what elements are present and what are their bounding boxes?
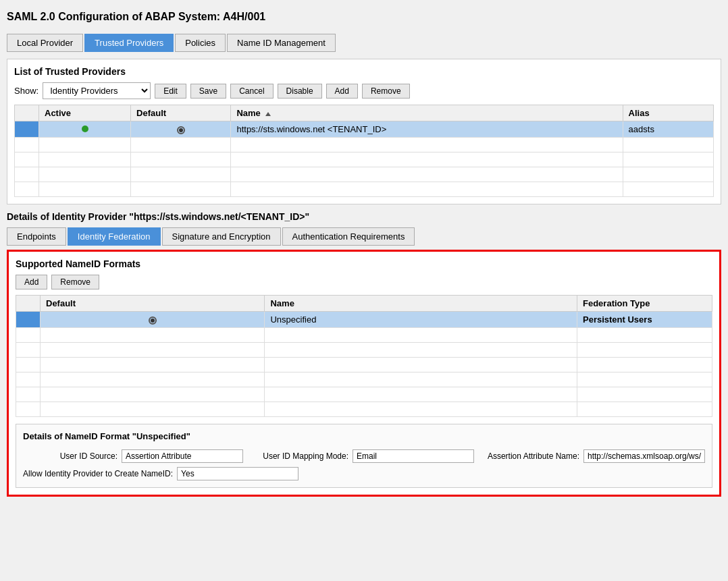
col-nameid-federation-type-header: Federation Type [577, 296, 712, 312]
table-row[interactable]: https://sts.windows.net <TENANT_ID> aads… [15, 121, 714, 138]
col-name-header: Name [231, 105, 623, 121]
row-default [41, 312, 265, 328]
row-default [131, 182, 231, 197]
row-active [39, 167, 131, 182]
edit-button[interactable]: Edit [155, 84, 186, 99]
row-name [265, 387, 577, 402]
remove-button[interactable]: Remove [362, 84, 410, 99]
table-row[interactable] [15, 167, 714, 182]
user-id-source-row: User ID Source: [23, 449, 243, 463]
user-id-mapping-label: User ID Mapping Mode: [254, 451, 348, 461]
user-id-source-input[interactable] [122, 449, 243, 463]
tab-endpoints[interactable]: Endpoints [7, 227, 66, 246]
assertion-attribute-label: Assertion Attribute Name: [485, 451, 579, 461]
table-row[interactable] [16, 372, 712, 387]
col-alias-header: Alias [623, 105, 713, 121]
nameid-details-title: Details of NameID Format "Unspecified" [23, 431, 705, 441]
table-row[interactable] [15, 182, 714, 197]
row-federation-type: Persistent Users [577, 312, 712, 328]
tab-signature-encryption[interactable]: Signature and Encryption [162, 227, 281, 246]
active-indicator [82, 126, 88, 132]
add-button[interactable]: Add [326, 84, 358, 99]
row-active [39, 182, 131, 197]
row-selector [15, 138, 39, 153]
row-name [265, 358, 577, 372]
col-indicator-header [16, 296, 41, 312]
row-federation-type [577, 358, 712, 372]
row-alias [623, 138, 713, 153]
cancel-button[interactable]: Cancel [230, 84, 273, 99]
nameid-remove-button[interactable]: Remove [51, 275, 99, 289]
row-selector [16, 402, 41, 417]
user-id-source-label: User ID Source: [23, 451, 118, 461]
row-alias [623, 167, 713, 182]
row-federation-type [577, 372, 712, 387]
row-default [41, 358, 265, 372]
tab-trusted-providers[interactable]: Trusted Providers [84, 34, 174, 52]
row-federation-type [577, 328, 712, 343]
save-button[interactable]: Save [190, 84, 226, 99]
trusted-providers-table: Active Default Name Alias https://sts.wi… [14, 105, 714, 197]
detail-tab-bar: Endpoints Identity Federation Signature … [7, 227, 721, 246]
row-name: https://sts.windows.net <TENANT_ID> [231, 121, 623, 138]
row-active [39, 121, 131, 138]
row-selector [15, 182, 39, 197]
row-name: Unspecified [265, 312, 577, 328]
row-default [41, 328, 265, 343]
detail-provider-section: Details of Identity Provider "https://st… [7, 211, 721, 497]
row-name [265, 343, 577, 358]
nameid-add-button[interactable]: Add [16, 275, 47, 289]
allow-create-input[interactable] [177, 467, 298, 480]
col-default-header: Default [131, 105, 231, 121]
row-federation-type [577, 402, 712, 417]
row-selector [16, 312, 41, 328]
assertion-attribute-input[interactable] [583, 449, 705, 463]
identity-federation-content: Supported NameID Formats Add Remove Defa… [7, 250, 721, 497]
row-default [131, 138, 231, 153]
tab-identity-federation[interactable]: Identity Federation [68, 227, 161, 246]
row-selector [15, 121, 39, 138]
trusted-providers-toolbar: Show: Identity Providers Edit Save Cance… [14, 82, 714, 99]
row-selector [16, 358, 41, 372]
col-indicator-header [15, 105, 39, 121]
row-alias [623, 182, 713, 197]
table-row[interactable] [15, 138, 714, 153]
default-radio [177, 126, 185, 134]
show-label: Show: [14, 86, 38, 96]
row-selector [16, 387, 41, 402]
table-row[interactable] [16, 387, 712, 402]
table-row[interactable]: Unspecified Persistent Users [16, 312, 712, 328]
table-row[interactable] [16, 343, 712, 358]
tab-name-id-management[interactable]: Name ID Management [227, 34, 336, 52]
allow-create-label: Allow Identity Provider to Create NameID… [23, 469, 173, 478]
detail-provider-title: Details of Identity Provider "https://st… [7, 211, 721, 222]
disable-button[interactable]: Disable [278, 84, 322, 99]
col-nameid-name-header: Name [265, 296, 577, 312]
row-default [41, 387, 265, 402]
tab-authentication-requirements[interactable]: Authentication Requirements [282, 227, 415, 246]
table-row[interactable] [16, 358, 712, 372]
row-default [131, 167, 231, 182]
user-id-mapping-input[interactable] [353, 449, 474, 463]
row-federation-type [577, 343, 712, 358]
row-name [265, 328, 577, 343]
row-federation-type [577, 387, 712, 402]
row-selector [16, 328, 41, 343]
table-row[interactable] [16, 402, 712, 417]
user-id-mapping-row: User ID Mapping Mode: [254, 449, 474, 463]
tab-policies[interactable]: Policies [175, 34, 226, 52]
row-name [231, 167, 623, 182]
tab-local-provider[interactable]: Local Provider [7, 34, 83, 52]
default-radio [149, 316, 157, 325]
row-default [131, 153, 231, 167]
col-nameid-default-header: Default [41, 296, 265, 312]
trusted-providers-title: List of Trusted Providers [14, 66, 714, 77]
table-row[interactable] [15, 153, 714, 167]
row-default [41, 343, 265, 358]
row-default [41, 402, 265, 417]
row-name [231, 182, 623, 197]
page-title: SAML 2.0 Configuration of ABAP System: A… [7, 7, 721, 27]
show-select[interactable]: Identity Providers [43, 82, 151, 99]
table-row[interactable] [16, 328, 712, 343]
allow-create-row: Allow Identity Provider to Create NameID… [23, 467, 298, 480]
